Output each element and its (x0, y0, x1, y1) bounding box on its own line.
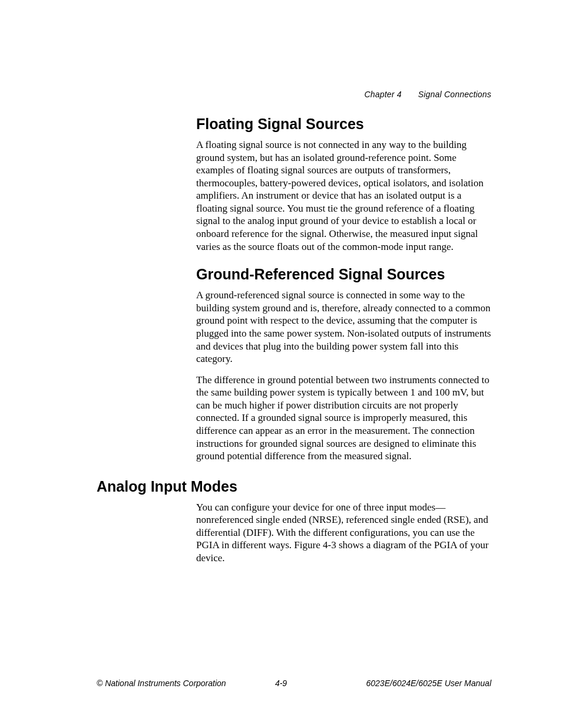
page: Chapter 4 Signal Connections Floating Si… (0, 0, 562, 728)
heading-analog-input-modes: Analog Input Modes (97, 478, 491, 495)
content-area: Floating Signal Sources A floating signa… (0, 116, 562, 573)
paragraph-analog-1: You can configure your device for one of… (196, 501, 491, 565)
paragraph-grounded-2: The difference in ground potential betwe… (196, 374, 491, 463)
heading-floating-signal-sources: Floating Signal Sources (196, 116, 491, 133)
heading-ground-referenced-signal-sources: Ground-Referenced Signal Sources (196, 266, 491, 283)
running-header: Chapter 4 Signal Connections (364, 90, 491, 99)
paragraph-floating-1: A floating signal source is not connecte… (196, 139, 491, 253)
paragraph-grounded-1: A ground-referenced signal source is con… (196, 289, 491, 365)
header-title: Signal Connections (418, 90, 491, 99)
footer-manual-title: 6023E/6024E/6025E User Manual (366, 678, 491, 688)
header-chapter: Chapter 4 (364, 90, 401, 99)
